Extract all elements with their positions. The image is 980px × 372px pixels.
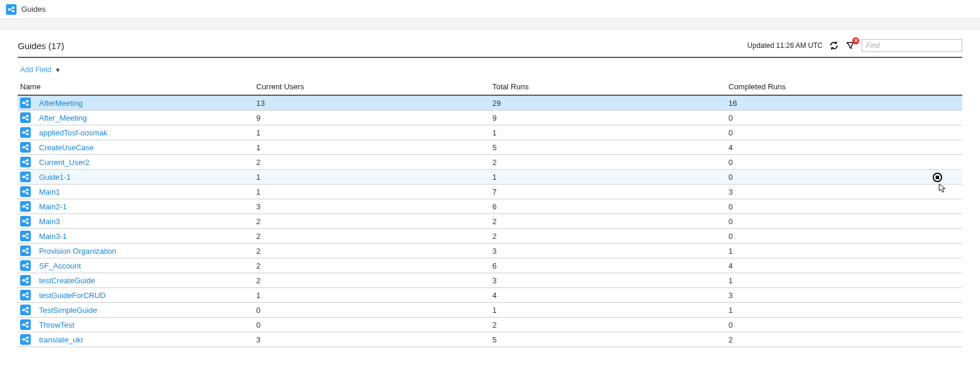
svg-point-52 (27, 337, 28, 339)
add-field-label: Add Field (20, 66, 51, 74)
svg-point-50 (27, 326, 28, 328)
guide-name-link[interactable]: testGuideForCRUD (39, 291, 106, 300)
guide-name-link[interactable]: Main1 (39, 187, 60, 196)
cell-total-runs: 3 (490, 273, 726, 288)
cell-completed-runs: 0 (726, 155, 962, 170)
guide-name-link[interactable]: TestSimpleGuide (39, 306, 97, 315)
cell-current-users: 2 (254, 229, 490, 244)
header-tools: Updated 11:26 AM UTC ✕ (748, 39, 962, 52)
guide-name-link[interactable]: After_Meeting (39, 114, 87, 122)
add-field-dropdown[interactable]: Add Field ▼ (20, 66, 61, 74)
guide-name-link[interactable]: Guide1-1 (39, 173, 70, 182)
svg-point-9 (22, 132, 24, 134)
table-row[interactable]: Main3-1220 (18, 229, 962, 244)
svg-point-15 (22, 161, 24, 163)
svg-point-49 (27, 322, 28, 324)
table-row[interactable]: ThrowTest020 (18, 318, 962, 332)
svg-point-6 (22, 117, 24, 119)
guide-name-link[interactable]: appliedTosf-oosmak (39, 128, 108, 137)
svg-point-45 (22, 309, 24, 311)
cell-completed-runs: 4 (726, 140, 962, 155)
guide-name-link[interactable]: ThrowTest (39, 321, 75, 329)
guide-name-link[interactable]: SF_Account (39, 261, 81, 270)
cell-current-users: 13 (254, 95, 490, 111)
guide-row-icon (20, 216, 31, 227)
find-input[interactable] (862, 39, 962, 52)
table-row[interactable]: Provision Organization231 (18, 244, 962, 258)
svg-point-39 (22, 280, 24, 282)
guide-name-link[interactable]: AfterMeeting (39, 99, 83, 108)
guide-row-icon (20, 290, 31, 300)
cell-current-users: 1 (254, 185, 490, 199)
clear-filter-badge[interactable]: ✕ (852, 37, 859, 44)
table-row[interactable]: testGuideForCRUD143 (18, 288, 962, 303)
guide-name-link[interactable]: testCreateGuide (39, 276, 95, 285)
svg-point-5 (27, 104, 28, 106)
chevron-down-icon: ▼ (55, 67, 61, 73)
refresh-button[interactable] (829, 40, 839, 51)
cell-current-users: 1 (254, 170, 490, 185)
guide-name-link[interactable]: Main2-1 (39, 202, 67, 211)
table-row[interactable]: translate_ukr352 (18, 332, 962, 347)
svg-point-7 (27, 115, 28, 117)
svg-point-13 (27, 145, 28, 147)
cell-total-runs: 2 (490, 318, 726, 332)
cell-completed-runs: 0 (726, 125, 962, 140)
table-row[interactable]: Guide1-1110 (18, 170, 962, 185)
svg-point-27 (22, 221, 24, 222)
cell-completed-runs: 0 (726, 214, 962, 229)
guide-name-link[interactable]: Current_User2 (39, 158, 89, 167)
guide-row-icon (20, 319, 31, 330)
svg-point-33 (22, 250, 24, 252)
guide-row-icon (20, 275, 31, 286)
table-row[interactable]: Main3220 (18, 214, 962, 229)
stop-run-button[interactable] (933, 173, 942, 182)
guide-name-link[interactable]: CreateUseCase (39, 143, 94, 152)
table-row[interactable]: Main2-1360 (18, 199, 962, 214)
cell-completed-runs: 4 (726, 258, 962, 273)
svg-point-24 (22, 206, 24, 208)
app-title: Guides (21, 5, 46, 14)
cell-total-runs: 2 (490, 155, 726, 170)
guide-row-icon (20, 142, 31, 153)
svg-point-42 (22, 295, 24, 296)
svg-point-0 (8, 8, 10, 10)
list-title-text: Guides (18, 41, 46, 51)
cell-total-runs: 7 (490, 185, 726, 199)
guide-name-link[interactable]: Provision Organization (39, 247, 117, 255)
table-row[interactable]: appliedTosf-oosmak110 (18, 125, 962, 140)
svg-point-16 (27, 160, 28, 161)
filter-button[interactable]: ✕ (845, 40, 856, 51)
svg-point-43 (27, 293, 28, 295)
guide-name-link[interactable]: Main3-1 (39, 232, 67, 241)
guide-row-icon (20, 201, 31, 212)
col-header-current-users[interactable]: Current Users (254, 79, 490, 95)
table-row[interactable]: Main1173 (18, 185, 962, 199)
col-header-completed-runs[interactable]: Completed Runs (726, 79, 962, 95)
cell-total-runs: 1 (490, 303, 726, 318)
cell-current-users: 2 (254, 244, 490, 258)
table-row[interactable]: AfterMeeting132916 (18, 95, 962, 111)
col-header-name[interactable]: Name (18, 79, 254, 95)
table-row[interactable]: After_Meeting990 (18, 111, 962, 125)
cell-current-users: 9 (254, 111, 490, 125)
table-row[interactable]: testCreateGuide231 (18, 273, 962, 288)
guide-name-link[interactable]: Main3 (39, 217, 60, 226)
table-row[interactable]: Current_User2220 (18, 155, 962, 170)
table-row[interactable]: SF_Account264 (18, 258, 962, 273)
svg-point-46 (27, 308, 28, 309)
svg-point-51 (22, 339, 24, 341)
svg-point-34 (27, 248, 28, 250)
guide-row-icon (20, 231, 31, 241)
cell-completed-runs: 1 (726, 303, 962, 318)
stop-icon (936, 176, 939, 179)
cell-completed-runs: 3 (726, 185, 962, 199)
guide-name-link[interactable]: translate_ukr (39, 335, 83, 344)
col-header-total-runs[interactable]: Total Runs (490, 79, 726, 95)
updated-timestamp: Updated 11:26 AM UTC (748, 41, 823, 50)
table-row[interactable]: CreateUseCase154 (18, 140, 962, 155)
cell-current-users: 3 (254, 332, 490, 347)
table-row[interactable]: TestSimpleGuide011 (18, 303, 962, 318)
cell-total-runs: 1 (490, 170, 726, 185)
svg-point-19 (27, 174, 28, 176)
